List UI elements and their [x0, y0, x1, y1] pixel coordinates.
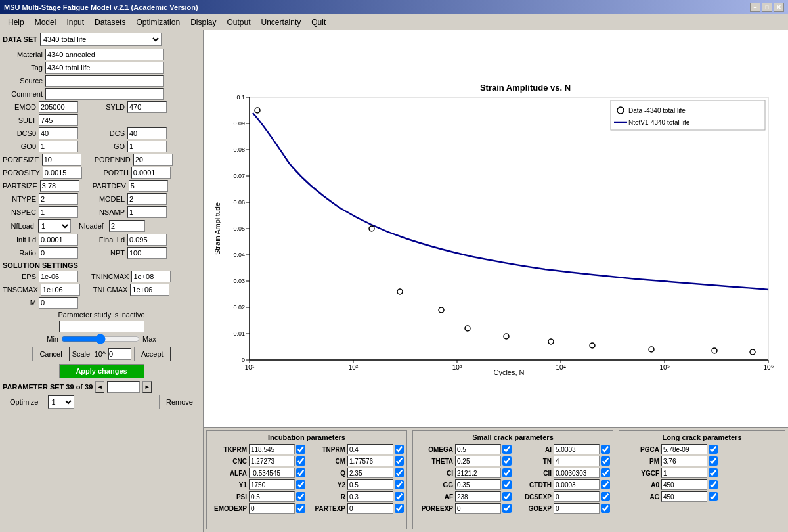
- tnscmax-input[interactable]: [41, 284, 80, 296]
- apply-changes-button[interactable]: Apply changes: [59, 364, 144, 378]
- partexp-input[interactable]: [347, 503, 393, 514]
- param-study-input[interactable]: [59, 321, 144, 332]
- nfload-select[interactable]: 1 2: [38, 219, 71, 233]
- cm-check[interactable]: [395, 456, 404, 466]
- go0-input[interactable]: [39, 141, 78, 152]
- tn-check[interactable]: [601, 456, 610, 466]
- ygcf-check[interactable]: [709, 468, 718, 477]
- ntype-input[interactable]: [39, 193, 78, 205]
- pgca-check[interactable]: [709, 445, 718, 454]
- af-check[interactable]: [502, 492, 512, 501]
- comment-input[interactable]: [45, 88, 164, 100]
- ai-input[interactable]: [554, 444, 600, 454]
- ci-input[interactable]: [455, 468, 501, 478]
- material-input[interactable]: [45, 49, 164, 60]
- source-input[interactable]: [45, 75, 164, 87]
- ai-check[interactable]: [601, 445, 610, 454]
- tkprm-input[interactable]: [249, 444, 295, 454]
- nloadef-input[interactable]: [109, 220, 145, 232]
- goexp-input[interactable]: [554, 503, 600, 514]
- psi-input[interactable]: [249, 491, 295, 502]
- pm-check[interactable]: [709, 456, 718, 466]
- partdev-input[interactable]: [129, 180, 168, 192]
- cii-check[interactable]: [601, 468, 610, 477]
- menu-help[interactable]: Help: [3, 16, 30, 28]
- cm-input[interactable]: [347, 456, 393, 466]
- ctdth-check[interactable]: [601, 480, 610, 489]
- porennd-input[interactable]: [133, 154, 173, 166]
- syld-input[interactable]: [127, 101, 167, 113]
- menu-optimization[interactable]: Optimization: [131, 16, 185, 28]
- theta-check[interactable]: [502, 456, 512, 466]
- pm-input[interactable]: [661, 456, 707, 466]
- tnprm-input[interactable]: [347, 444, 393, 454]
- ygcf-input[interactable]: [661, 468, 707, 478]
- nspec-input[interactable]: [39, 206, 78, 218]
- param-slider[interactable]: [61, 334, 140, 344]
- y1-input[interactable]: [249, 479, 295, 490]
- menu-output[interactable]: Output: [222, 16, 256, 28]
- menu-model[interactable]: Model: [30, 16, 62, 28]
- sult-input[interactable]: [39, 114, 78, 126]
- porth-input[interactable]: [131, 167, 171, 179]
- cancel-button[interactable]: Cancel: [32, 347, 69, 361]
- r-check[interactable]: [395, 492, 404, 501]
- dcs-input[interactable]: [127, 127, 167, 139]
- menu-datasets[interactable]: Datasets: [89, 16, 131, 28]
- a0-check[interactable]: [709, 480, 718, 489]
- dcs0-input[interactable]: [39, 127, 78, 139]
- menu-quit[interactable]: Quit: [306, 16, 331, 28]
- poreexp-check[interactable]: [502, 504, 512, 513]
- q-input[interactable]: [347, 468, 393, 478]
- optimize-button[interactable]: Optimize: [3, 395, 45, 409]
- y2-input[interactable]: [347, 479, 393, 490]
- emodexp-check[interactable]: [296, 504, 305, 513]
- model-input[interactable]: [127, 193, 167, 205]
- theta-input[interactable]: [455, 456, 501, 466]
- tag-input[interactable]: [45, 62, 164, 74]
- gg-check[interactable]: [502, 480, 512, 489]
- accept-button[interactable]: Accept: [134, 347, 171, 361]
- partsize-input[interactable]: [40, 180, 79, 192]
- remove-button[interactable]: Remove: [159, 395, 200, 409]
- tkprm-check[interactable]: [296, 445, 305, 454]
- nsamp-input[interactable]: [127, 206, 167, 218]
- optimize-select[interactable]: 1: [48, 395, 74, 409]
- cii-input[interactable]: [554, 468, 600, 478]
- scale-input[interactable]: [108, 348, 131, 360]
- npt-input[interactable]: [127, 247, 167, 259]
- poresize-input[interactable]: [42, 154, 81, 166]
- ci-check[interactable]: [502, 468, 512, 477]
- ratio-input[interactable]: [39, 247, 78, 259]
- tnprm-check[interactable]: [395, 445, 404, 454]
- emod-input[interactable]: [39, 101, 78, 113]
- af-input[interactable]: [455, 491, 501, 502]
- menu-input[interactable]: Input: [61, 16, 89, 28]
- eps-input[interactable]: [39, 271, 78, 282]
- dcsexp-input[interactable]: [554, 491, 600, 502]
- param-set-input[interactable]: [107, 381, 140, 393]
- psi-check[interactable]: [296, 492, 305, 501]
- cnc-check[interactable]: [296, 456, 305, 466]
- param-set-next[interactable]: ►: [142, 381, 152, 393]
- ac-input[interactable]: [661, 491, 707, 502]
- emodexp-input[interactable]: [249, 503, 295, 514]
- poreexp-input[interactable]: [455, 503, 501, 514]
- r-input[interactable]: [347, 491, 393, 502]
- initld-input[interactable]: [39, 234, 78, 246]
- tn-input[interactable]: [554, 456, 600, 466]
- minimize-button[interactable]: –: [750, 3, 760, 12]
- close-button[interactable]: ✕: [774, 3, 784, 12]
- finalld-input[interactable]: [127, 234, 167, 246]
- window-controls[interactable]: – □ ✕: [750, 3, 784, 12]
- alfa-input[interactable]: [249, 468, 295, 478]
- m-input[interactable]: [39, 297, 78, 309]
- omega-input[interactable]: [455, 444, 501, 454]
- y1-check[interactable]: [296, 480, 305, 489]
- cnc-input[interactable]: [249, 456, 295, 466]
- porosity-input[interactable]: [43, 167, 82, 179]
- menu-display[interactable]: Display: [185, 16, 221, 28]
- y2-check[interactable]: [395, 480, 404, 489]
- q-check[interactable]: [395, 468, 404, 477]
- dcsexp-check[interactable]: [601, 492, 610, 501]
